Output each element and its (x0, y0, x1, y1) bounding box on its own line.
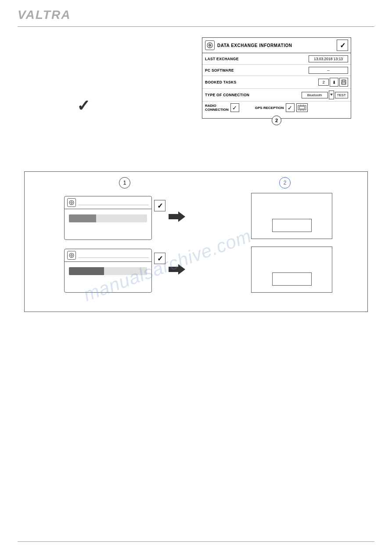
connection-group: Bluetooth TEST (302, 91, 348, 99)
display-panel-top (251, 193, 332, 239)
diagram-arrow-top (169, 210, 185, 226)
dp-top-header: ✓ (65, 196, 151, 209)
svg-rect-4 (342, 80, 345, 82)
bottom-rule (18, 541, 374, 542)
dp-bottom-header: ✓ (65, 249, 151, 262)
booked-tasks-group: 2 ⬇ (318, 78, 348, 87)
radio-connection-group: RADIO CONNECTION ✓ (205, 103, 239, 112)
last-exchange-label: LAST EXCHANGE (205, 57, 309, 61)
dp-top-progress-fill (69, 214, 96, 222)
booked-save-button[interactable] (339, 78, 348, 87)
bluetooth-value: Bluetooth (302, 92, 328, 98)
connection-dropdown-icon[interactable] (329, 91, 334, 99)
svg-rect-5 (342, 82, 345, 84)
booked-tasks-value: 2 (318, 79, 329, 86)
device-panel-top: ✓ (64, 196, 152, 240)
dp-top-icon (67, 198, 76, 207)
radio-connection-label: RADIO CONNECTION (205, 104, 229, 112)
main-checkmark-symbol: ✓ (77, 97, 90, 115)
pc-software-value: -- (309, 67, 348, 74)
svg-marker-18 (169, 264, 185, 275)
data-exchange-icon: Da (205, 40, 215, 50)
dp-bottom-bar-area (65, 262, 151, 279)
display-bottom-inner (272, 272, 312, 286)
pc-software-label: PC SOFTWARE (205, 68, 309, 73)
svg-marker-6 (330, 94, 333, 96)
dp-bottom-progress-bar (69, 267, 147, 275)
last-exchange-value: 13.03.2018 13:13 (309, 55, 348, 62)
dei-panel: Da DATA EXCHANGE INFORMATION ✓ LAST EXCH… (202, 37, 351, 119)
dei-header: Da DATA EXCHANGE INFORMATION ✓ (202, 38, 351, 53)
dei-title: DATA EXCHANGE INFORMATION (217, 43, 292, 48)
pc-software-row: PC SOFTWARE -- (202, 65, 351, 76)
top-rule (18, 26, 374, 27)
dei-confirm-button[interactable]: ✓ (337, 40, 348, 51)
test-button[interactable]: TEST (335, 92, 348, 98)
connection-type-label: TYPE OF CONNECTION (205, 93, 302, 97)
dp-top-check-button[interactable]: ✓ (154, 200, 165, 211)
gps-reception-group: GPS RECEPTION ✓ (255, 103, 308, 112)
dp-bottom-check-button[interactable]: ✓ (154, 253, 165, 264)
device-panel-bottom: ✓ (64, 249, 152, 293)
dei-header-left: Da DATA EXCHANGE INFORMATION (205, 40, 292, 50)
display-top-inner (272, 219, 312, 232)
valtra-logo: VALTRA (18, 8, 71, 22)
booked-tasks-row: BOOKED TASKS 2 ⬇ (202, 76, 351, 89)
connection-type-row: TYPE OF CONNECTION Bluetooth TEST (202, 89, 351, 102)
diagram-arrow-bottom (169, 263, 185, 279)
svg-text:Da: Da (209, 44, 212, 47)
radio-gps-row: RADIO CONNECTION ✓ GPS RECEPTION ✓ (202, 102, 351, 114)
display-panel-bottom (251, 247, 332, 293)
gps-signal-icon (296, 103, 308, 112)
diagram-circle-2: 2 (279, 177, 291, 189)
svg-marker-17 (169, 211, 185, 222)
diagram-area: 1 2 ✓ (24, 171, 368, 312)
radio-connection-check[interactable]: ✓ (230, 103, 239, 112)
gps-reception-check[interactable]: ✓ (286, 103, 295, 112)
gps-reception-label: GPS RECEPTION (255, 106, 284, 110)
dp-top-progress-bar (69, 214, 147, 222)
dp-bottom-progress-fill (69, 267, 104, 275)
booked-download-button[interactable]: ⬇ (330, 78, 338, 87)
booked-tasks-label: BOOKED TASKS (205, 80, 318, 84)
svg-rect-8 (299, 106, 305, 109)
circle-label-2: 2 (272, 116, 281, 125)
dp-top-bar-area (65, 209, 151, 226)
last-exchange-row: LAST EXCHANGE 13.03.2018 13:13 (202, 53, 351, 65)
diagram-circle-1: 1 (119, 177, 130, 189)
dp-bottom-icon (67, 251, 76, 260)
